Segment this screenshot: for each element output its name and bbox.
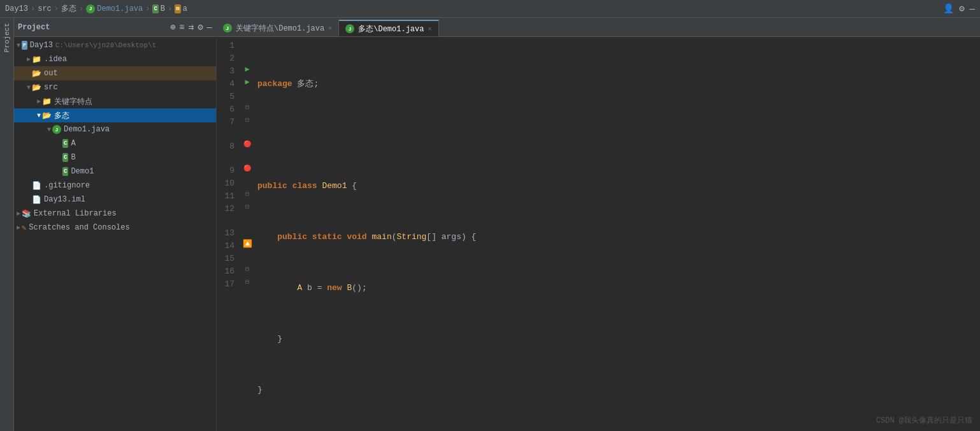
run-icon-4[interactable]: ▶: [245, 77, 249, 87]
java-file-icon-demo1: J: [52, 125, 61, 134]
ln-1: 1: [219, 40, 234, 52]
gutter-9-override[interactable]: 🔴: [240, 162, 255, 175]
tab-close-polymorphism[interactable]: ✕: [428, 25, 431, 33]
tree-label-demo1-java: Demo1.java: [64, 125, 110, 134]
ln-4: 4: [219, 78, 234, 91]
breadcrumb-day13[interactable]: Day13: [5, 4, 28, 13]
folder-icon-polymorphism: 📂: [42, 111, 52, 121]
ln-2: 2: [219, 52, 234, 65]
code-line-2: [255, 129, 980, 142]
override-up-icon-14[interactable]: 🔼: [243, 239, 252, 249]
gutter-6-fold[interactable]: ⊟: [240, 101, 255, 113]
project-toolbar-title: Project: [18, 23, 50, 32]
code-line-7: }: [255, 384, 980, 397]
tree-label-ext-libs: External Libraries: [34, 209, 117, 218]
breadcrumb-method[interactable]: a: [183, 4, 187, 13]
ln-12: 12: [219, 203, 234, 216]
gear-icon[interactable]: ⚙: [198, 22, 203, 33]
gutter-4-run[interactable]: ▶: [240, 75, 255, 88]
tree-item-class-a[interactable]: ► C A: [14, 136, 216, 150]
fold-icon-12[interactable]: ⊟: [245, 203, 249, 210]
ln-5: 5: [219, 91, 234, 103]
tree-item-day13[interactable]: ▼ P Day13 C:\Users\yjn28\Desktop\t: [14, 38, 216, 52]
main-layout: Project Project ⊕ ≡ ⇉ ⚙ — ▼ P Day13 C:\U…: [0, 18, 980, 431]
ln-13: 13: [219, 227, 234, 240]
ln-14: 14: [219, 240, 234, 252]
tree-item-ext-libs[interactable]: ► 📚 External Libraries: [14, 207, 216, 221]
code-line-4: public static void main(String[] args) {: [255, 231, 980, 244]
tree-label-day13iml: Day13.iml: [44, 195, 85, 204]
tree-item-gitignore[interactable]: ► 📄 .gitignore: [14, 179, 216, 193]
breadcrumb-class[interactable]: B: [161, 4, 165, 13]
tree-path-day13: C:\Users\yjn28\Desktop\t: [55, 41, 156, 49]
gutter: ▶ ▶ ⊟ ⊟ 🔴 🔴 ⊟ ⊟ 🔼 ⊟ ⊟: [240, 37, 255, 431]
watermark: CSDN @我头像真的只是只猫: [876, 415, 972, 426]
fold-icon-6[interactable]: ⊟: [245, 103, 249, 111]
folder-icon-idea: 📁: [32, 55, 41, 64]
gutter-hint2: [240, 150, 255, 162]
fold-icon-11[interactable]: ⊟: [245, 190, 249, 198]
tree-label-day13: Day13: [30, 41, 53, 50]
fold-icon-17[interactable]: ⊟: [245, 278, 249, 286]
close-icon[interactable]: —: [207, 22, 212, 33]
tree-item-polymorphism[interactable]: ▼ 📂 多态: [14, 108, 216, 122]
tree-item-keywords[interactable]: ► 📁 关键字特点: [14, 94, 216, 108]
tree-item-demo1-java[interactable]: ▼ J Demo1.java: [14, 122, 216, 136]
libs-icon: 📚: [22, 209, 31, 219]
folder-icon-src: 📂: [32, 83, 41, 92]
code-line-1: package 多态;: [255, 78, 980, 91]
list-icon[interactable]: ≡: [179, 22, 184, 33]
gutter-3-run[interactable]: ▶: [240, 62, 255, 75]
minimize-icon[interactable]: —: [970, 4, 975, 14]
ln-10: 10: [219, 177, 234, 190]
gutter-8-override[interactable]: 🔴: [240, 138, 255, 150]
tree-item-out[interactable]: ► 📂 out: [14, 66, 216, 80]
override-icon-9[interactable]: 🔴: [243, 164, 251, 172]
breadcrumb-src[interactable]: src: [38, 4, 52, 13]
tree-label-src: src: [44, 83, 58, 92]
tree-item-day13iml[interactable]: ► 📄 Day13.iml: [14, 193, 216, 207]
fold-icon-7[interactable]: ⊟: [245, 116, 249, 124]
gutter-hint3: [240, 213, 255, 224]
breadcrumb-pkg[interactable]: 多态: [61, 3, 76, 14]
project-panel: Project ⊕ ≡ ⇉ ⚙ — ▼ P Day13 C:\Users\yjn…: [14, 18, 217, 431]
tree-item-scratches[interactable]: ► ✎ Scratches and Consoles: [14, 221, 216, 235]
ln-8: 8: [219, 140, 234, 153]
tab-keywords-demo1[interactable]: J 关键字特点\Demo1.java ✕: [217, 20, 339, 36]
run-icon-3[interactable]: ▶: [245, 64, 249, 74]
breadcrumb-method-icon: m: [175, 4, 180, 13]
title-bar-right: 👤 ⚙ —: [943, 3, 975, 14]
pkg-name: 多态: [297, 78, 313, 91]
gutter-16-fold[interactable]: ⊟: [240, 263, 255, 275]
iml-icon: 📄: [32, 195, 41, 205]
breadcrumb: Day13 › src › 多态 › J Demo1.java › C B › …: [5, 3, 187, 14]
override-icon-8[interactable]: 🔴: [243, 140, 251, 148]
gutter-17-fold[interactable]: ⊟: [240, 275, 255, 288]
tab-close-keywords[interactable]: ✕: [328, 24, 332, 32]
tree-label-scratches: Scratches and Consoles: [29, 223, 129, 232]
ln-11: 11: [219, 190, 234, 203]
gutter-10: [240, 175, 255, 187]
tree-item-idea[interactable]: ► 📁 .idea: [14, 52, 216, 66]
settings-icon[interactable]: ⚙: [959, 3, 964, 14]
code-content[interactable]: package 多态; public class Demo1 { public …: [255, 37, 980, 431]
gutter-11-fold[interactable]: ⊟: [240, 187, 255, 200]
tab-polymorphism-demo1[interactable]: J 多态\Demo1.java ✕: [339, 20, 438, 36]
add-icon[interactable]: ⊕: [170, 22, 175, 33]
user-icon[interactable]: 👤: [943, 3, 954, 14]
fold-icon-16[interactable]: ⊟: [245, 265, 249, 273]
gutter-12-fold[interactable]: ⊟: [240, 200, 255, 213]
gutter-14-override-up[interactable]: 🔼: [240, 237, 255, 250]
tree-label-gitignore: .gitignore: [44, 181, 90, 190]
collapse-icon[interactable]: ⇉: [189, 22, 194, 33]
gutter-7-fold[interactable]: ⊟: [240, 113, 255, 126]
code-editor: 1 2 3 4 5 6 7 - 8 - 9 10 11 12 - 13 14 1…: [217, 37, 980, 431]
breadcrumb-file[interactable]: Demo1.java: [97, 4, 143, 13]
tree-item-class-demo1[interactable]: ► C Demo1: [14, 164, 216, 179]
class-icon-b: C: [62, 153, 68, 162]
project-tab-label[interactable]: Project: [2, 18, 12, 57]
tree-item-src[interactable]: ▼ 📂 src: [14, 80, 216, 94]
tree-item-class-b[interactable]: ► C B: [14, 150, 216, 164]
gutter-2: [240, 50, 255, 62]
gitignore-icon: 📄: [32, 181, 41, 191]
